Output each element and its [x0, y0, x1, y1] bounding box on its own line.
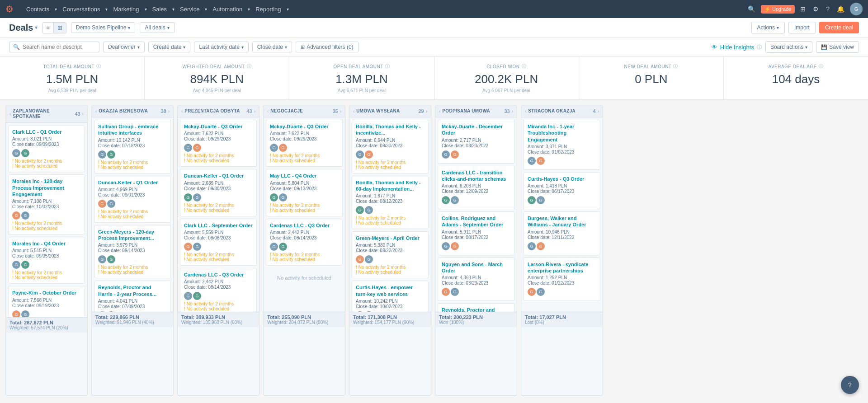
column-nav-prev[interactable]: ‹ — [525, 109, 526, 114]
user-avatar[interactable]: G — [850, 3, 863, 15]
deal-card[interactable]: Green-Meyers - April Order Amount: 5,380… — [352, 231, 429, 278]
deal-card[interactable]: Curtis-Hayes - Q3 Order Amount: 1,418 PL… — [524, 172, 600, 209]
board-view-button[interactable]: ⊞ — [53, 23, 66, 33]
deal-card[interactable]: Larson-Rivera - syndicate enterprise par… — [524, 258, 600, 301]
deal-name[interactable]: Green-Meyers - 120-day Process Improveme… — [98, 229, 167, 242]
deal-name[interactable]: Mckay-Duarte - Q3 Order — [184, 123, 253, 130]
column-nav-next[interactable]: › — [82, 112, 84, 117]
search-input[interactable] — [23, 44, 95, 50]
deal-name[interactable]: Payne-Kim - October Order — [12, 290, 81, 296]
deal-card[interactable]: Green-Meyers - 120-day Process Improveme… — [94, 225, 171, 279]
deal-owner-filter[interactable]: Deal owner▾ — [103, 42, 145, 52]
create-date-filter[interactable]: Create date▾ — [148, 42, 191, 52]
deal-name[interactable]: Clark LLC - September Order — [184, 222, 253, 229]
deal-name[interactable]: Reynolds, Proctor and Harris - 2-year Pr… — [98, 284, 167, 297]
actions-button[interactable]: Actions▾ — [751, 22, 785, 33]
column-nav-prev[interactable]: ‹ — [95, 109, 97, 114]
hide-insights-button[interactable]: 👁 Hide Insights ⓘ — [712, 44, 762, 51]
nav-reporting[interactable]: Reporting — [250, 0, 286, 18]
deal-name[interactable]: Morales Inc - Q4 Order — [12, 240, 81, 247]
deal-name[interactable]: Curtis-Hayes - Q3 Order — [528, 176, 596, 182]
column-nav-prev[interactable]: ‹ — [181, 109, 183, 114]
deal-card[interactable]: Reynolds, Proctor and Harris - 2-year Pr… — [94, 281, 171, 312]
column-nav-next[interactable]: › — [168, 109, 170, 114]
deal-card[interactable]: Sullivan Group - embrace intuitive inter… — [94, 120, 171, 173]
deal-name[interactable]: Green-Meyers - April Order — [356, 235, 425, 241]
deal-name[interactable]: Clark LLC - Q1 Order — [12, 129, 81, 135]
deal-card[interactable]: Morales Inc - 120-day Process Improvemen… — [8, 174, 85, 234]
deal-name[interactable]: Morales Inc - 120-day Process Improvemen… — [12, 178, 81, 197]
search-box[interactable]: 🔍 — [9, 42, 99, 52]
deal-name[interactable]: Cardenas LLC - transition clicks-and-mor… — [442, 169, 510, 183]
deal-card[interactable]: Bonilla, Thomas and Kelly - 60-day Imple… — [352, 176, 429, 230]
deal-name[interactable]: Mckay-Duarte - Q3 Order — [270, 123, 339, 130]
deal-name[interactable]: Burgess, Walker and Williams - January O… — [528, 215, 596, 228]
deal-card[interactable]: Cardenas LLC - Q3 Order Amount: 2,442 PL… — [180, 268, 257, 312]
deal-name[interactable]: Miranda Inc - 1-year Troubleshooting Eng… — [528, 123, 596, 143]
import-button[interactable]: Import — [788, 22, 816, 33]
nav-marketing[interactable]: Marketing — [108, 0, 144, 18]
pipeline-select[interactable]: Demo Sales Pipeline▾ — [71, 22, 135, 33]
advanced-filters-button[interactable]: ⊞Advanced filters (0) — [296, 42, 358, 52]
deal-name[interactable]: Reynolds, Proctor and Harris - January O… — [442, 307, 510, 312]
deal-card[interactable]: Nguyen and Sons - March Order Amount: 4,… — [438, 258, 514, 301]
nav-conversations[interactable]: Conversations — [57, 0, 105, 18]
create-deal-button[interactable]: Create deal — [819, 22, 859, 33]
board-actions-button[interactable]: Board actions▾ — [765, 41, 812, 53]
deal-name[interactable]: Duncan-Keller - Q1 Order — [184, 173, 253, 179]
hubspot-logo[interactable]: ⚙ — [5, 4, 14, 14]
deals-dropdown-caret[interactable]: ▾ — [35, 24, 38, 31]
deal-name[interactable]: Sullivan Group - embrace intuitive inter… — [98, 123, 167, 136]
column-nav-prev[interactable]: ‹ — [353, 109, 354, 114]
deal-name[interactable]: Mckay-Duarte - December Order — [442, 123, 510, 136]
deal-card[interactable]: Duncan-Keller - Q1 Order Amount: 2,689 P… — [180, 169, 257, 216]
column-nav-prev[interactable]: ‹ — [439, 109, 440, 114]
deal-name[interactable]: Bonilla, Thomas and Kelly - 60-day Imple… — [356, 179, 425, 192]
nav-contacts[interactable]: Contacts — [21, 0, 55, 18]
deals-filter-select[interactable]: All deals▾ — [140, 22, 174, 33]
deal-card[interactable]: Duncan-Keller - Q1 Order Amount: 4,969 P… — [94, 176, 171, 223]
close-date-filter[interactable]: Close date▾ — [252, 42, 292, 52]
deal-card[interactable]: Cardenas LLC - transition clicks-and-mor… — [438, 166, 514, 210]
save-view-button[interactable]: 💾Save view — [816, 41, 859, 53]
deal-card[interactable]: Burgess, Walker and Williams - January O… — [524, 211, 600, 255]
deal-card[interactable]: Cardenas LLC - Q3 Order Amount: 2,442 PL… — [266, 219, 343, 266]
deal-card[interactable]: Payne-Kim - October Order Amount: 7,568 … — [8, 286, 85, 317]
nav-sales[interactable]: Sales — [147, 0, 173, 18]
deal-name[interactable]: Duncan-Keller - Q1 Order — [98, 179, 167, 186]
deal-name[interactable]: Nguyen and Sons - March Order — [442, 261, 510, 274]
search-icon[interactable]: 🔍 — [744, 5, 759, 13]
deal-name[interactable]: Curtis-Hayes - empower turn-key web serv… — [356, 284, 425, 297]
deal-card[interactable]: May LLC - Q4 Order Amount: 5,804 PLN Clo… — [266, 169, 343, 216]
deal-card[interactable]: Mckay-Duarte - December Order Amount: 2,… — [438, 120, 514, 164]
upgrade-button[interactable]: ⚡ Upgrade — [761, 5, 795, 14]
deal-card[interactable]: Morales Inc - Q4 Order Amount: 5,515 PLN… — [8, 237, 85, 284]
deal-name[interactable]: Larson-Rivera - syndicate enterprise par… — [528, 261, 596, 274]
deal-name[interactable]: May LLC - Q4 Order — [270, 173, 339, 179]
deal-card[interactable]: Clark LLC - September Order Amount: 5,55… — [180, 219, 257, 266]
deal-name[interactable]: Bonilla, Thomas and Kelly - incentivize.… — [356, 123, 425, 136]
nav-automation[interactable]: Automation — [207, 0, 248, 18]
list-view-button[interactable]: ≡ — [42, 23, 53, 33]
deal-card[interactable]: Curtis-Hayes - empower turn-key web serv… — [352, 281, 429, 312]
deal-card[interactable]: Miranda Inc - 1-year Troubleshooting Eng… — [524, 120, 600, 170]
deal-card[interactable]: Mckay-Duarte - Q3 Order Amount: 7,622 PL… — [180, 120, 257, 167]
column-nav-next[interactable]: › — [426, 109, 427, 114]
deal-card[interactable]: Reynolds, Proctor and Harris - January O… — [438, 303, 514, 312]
marketplace-icon[interactable]: ⊞ — [797, 5, 809, 13]
deal-card[interactable]: Collins, Rodriguez and Adams - September… — [438, 211, 514, 255]
deal-name[interactable]: Collins, Rodriguez and Adams - September… — [442, 215, 510, 228]
last-activity-filter[interactable]: Last activity date▾ — [194, 42, 248, 52]
column-nav-next[interactable]: › — [512, 109, 513, 114]
deal-name[interactable]: Cardenas LLC - Q3 Order — [270, 222, 339, 229]
column-nav-next[interactable]: › — [340, 109, 341, 114]
help-icon[interactable]: ? — [822, 5, 833, 13]
column-nav-prev[interactable]: ‹ — [267, 109, 269, 114]
deal-card[interactable]: Bonilla, Thomas and Kelly - incentivize.… — [352, 120, 429, 173]
help-button[interactable]: ? — [841, 376, 859, 394]
column-nav-next[interactable]: › — [598, 109, 599, 114]
deal-card[interactable]: Mckay-Duarte - Q3 Order Amount: 7,622 PL… — [266, 120, 343, 167]
notifications-icon[interactable]: 🔔 — [833, 5, 848, 13]
nav-service[interactable]: Service — [175, 0, 205, 18]
deal-name[interactable]: Cardenas LLC - Q3 Order — [184, 272, 253, 278]
